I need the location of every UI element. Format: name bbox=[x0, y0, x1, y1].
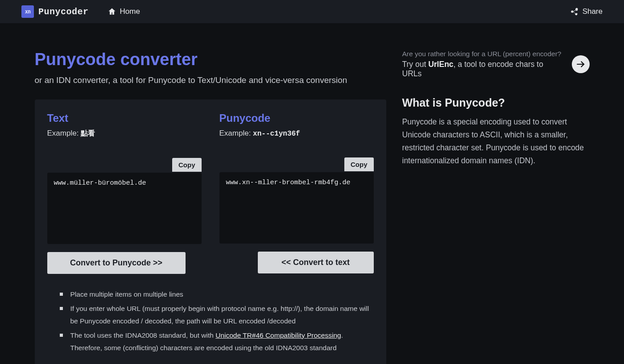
text-column-title: Text bbox=[47, 112, 202, 124]
converter-columns: Text Example: 點看 Copy Convert to Punycod… bbox=[47, 112, 374, 274]
brand-name: Punycoder bbox=[38, 7, 89, 17]
text-column: Text Example: 點看 Copy Convert to Punycod… bbox=[47, 112, 202, 274]
promo-bold: UrlEnc bbox=[428, 60, 453, 69]
note-text: Place multiple items on multiple lines bbox=[70, 290, 183, 298]
text-example-value: 點看 bbox=[81, 130, 95, 138]
brand[interactable]: xn Punycoder bbox=[21, 5, 89, 18]
punycode-column-title: Punycode bbox=[219, 112, 374, 124]
punycode-copy-row: Copy bbox=[219, 157, 374, 171]
promo-line: Try out UrlEnc, a tool to encode chars t… bbox=[402, 60, 563, 79]
nav-share-label: Share bbox=[583, 7, 603, 16]
note-text: If you enter whole URL (must properly be… bbox=[70, 305, 369, 325]
punycode-column: Punycode Example: xn--c1yn36f Copy << Co… bbox=[219, 112, 374, 274]
main-column: Punycode converter or an IDN converter, … bbox=[35, 50, 386, 364]
punycode-input[interactable] bbox=[219, 172, 374, 244]
converter-panel: Text Example: 點看 Copy Convert to Punycod… bbox=[35, 99, 386, 364]
navbar: xn Punycoder Home Share bbox=[0, 0, 624, 23]
note-item: Place multiple items on multiple lines bbox=[51, 288, 374, 301]
text-copy-row: Copy bbox=[47, 158, 202, 172]
page-subtitle: or an IDN converter, a tool for Punycode… bbox=[35, 75, 386, 85]
aside-body: Punycode is a special encoding used to c… bbox=[402, 116, 590, 167]
punycode-example-prefix: Example: bbox=[219, 129, 253, 137]
note-item: If you enter whole URL (must properly be… bbox=[51, 302, 374, 327]
convert-to-text-button[interactable]: << Convert to text bbox=[258, 252, 374, 273]
convert-to-punycode-button[interactable]: Convert to Punycode >> bbox=[47, 252, 186, 274]
share-icon bbox=[570, 7, 579, 16]
brand-logo-icon: xn bbox=[21, 5, 34, 18]
promo-question: Are you rather looking for a URL (percen… bbox=[402, 50, 563, 58]
promo-text: Are you rather looking for a URL (percen… bbox=[402, 50, 563, 79]
nav-share-link[interactable]: Share bbox=[570, 7, 603, 16]
home-icon bbox=[107, 7, 116, 16]
text-input[interactable] bbox=[47, 173, 202, 244]
note-item: The tool uses the IDNA2008 standard, but… bbox=[51, 329, 374, 354]
copy-punycode-button[interactable]: Copy bbox=[344, 157, 374, 171]
text-example-prefix: Example: bbox=[47, 129, 81, 137]
nav-home-link[interactable]: Home bbox=[107, 7, 140, 16]
punycode-example: Example: xn--c1yn36f bbox=[219, 129, 374, 138]
note-text: The tool uses the IDNA2008 standard, but… bbox=[70, 331, 216, 339]
nav-home-label: Home bbox=[120, 7, 140, 16]
copy-text-button[interactable]: Copy bbox=[172, 158, 202, 172]
unicode-tr46-link[interactable]: Unicode TR#46 Compatibility Processing bbox=[215, 331, 341, 339]
aside-title: What is Punycode? bbox=[402, 96, 590, 109]
promo-line-a: Try out bbox=[402, 60, 429, 69]
text-example: Example: 點看 bbox=[47, 129, 202, 138]
urlenc-promo: Are you rather looking for a URL (percen… bbox=[402, 50, 590, 79]
arrow-right-icon bbox=[575, 58, 587, 70]
urlenc-arrow-button[interactable] bbox=[572, 55, 590, 73]
nav-left: xn Punycoder Home bbox=[21, 5, 140, 18]
punycode-example-value: xn--c1yn36f bbox=[253, 130, 300, 138]
page-title: Punycode converter bbox=[35, 50, 386, 69]
page-container: Punycode converter or an IDN converter, … bbox=[13, 23, 611, 364]
side-column: Are you rather looking for a URL (percen… bbox=[402, 50, 590, 167]
notes-list: Place multiple items on multiple lines I… bbox=[47, 288, 374, 354]
